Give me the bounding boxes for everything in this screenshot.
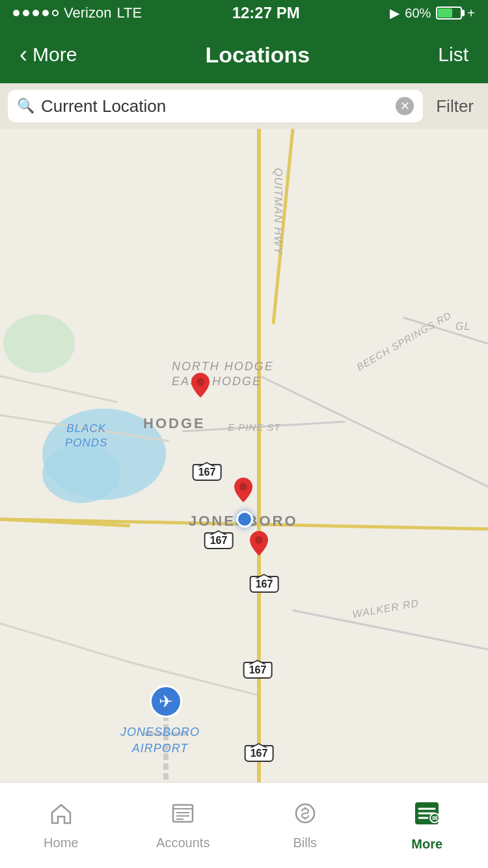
tab-home[interactable]: Home: [0, 801, 122, 850]
svg-point-20: [255, 536, 263, 544]
map-container[interactable]: BlackPonds North Hodge East Hodge Hodge …: [0, 129, 488, 802]
location-arrow-icon: ▶: [390, 5, 400, 21]
route-shield-3: 167: [250, 576, 279, 593]
map-pin-1: [191, 373, 210, 398]
svg-point-2: [42, 444, 120, 503]
route-shield-5: 167: [245, 745, 274, 762]
svg-point-3: [3, 314, 75, 373]
home-label: Home: [44, 835, 78, 850]
search-bar: 🔍 ✕ Filter: [0, 83, 488, 129]
clear-search-button[interactable]: ✕: [396, 97, 414, 115]
map-pin-3: [250, 531, 268, 556]
network-label: LTE: [116, 5, 142, 21]
route-shield-1: 167: [193, 464, 222, 481]
status-bar: Verizon LTE 12:27 PM ▶ 60% +: [0, 0, 488, 26]
back-chevron-icon: ‹: [20, 41, 27, 68]
carrier-label: Verizon: [64, 5, 111, 21]
route-shield-4: 167: [243, 662, 273, 679]
time-label: 12:27 PM: [232, 4, 300, 22]
tab-bar: Home Accounts Bills: [0, 782, 488, 868]
tab-accounts[interactable]: Accounts: [122, 801, 245, 850]
charging-icon: +: [467, 6, 475, 21]
filter-button[interactable]: Filter: [429, 96, 480, 116]
home-icon: [49, 801, 74, 832]
route-shield-2: 167: [204, 532, 234, 549]
accounts-label: Accounts: [156, 835, 210, 850]
list-button[interactable]: List: [438, 44, 468, 66]
battery-percent-label: 60%: [405, 6, 431, 21]
search-input[interactable]: [41, 96, 389, 116]
bills-label: Bills: [293, 835, 317, 850]
more-icon: ✉: [413, 800, 441, 833]
tab-bills[interactable]: Bills: [244, 801, 366, 850]
map-pin-2: [234, 478, 252, 502]
map-svg: [0, 129, 488, 802]
airport-icon: ✈: [150, 685, 182, 718]
bills-icon: [293, 801, 318, 832]
nav-bar: ‹ More Locations List: [0, 26, 488, 83]
accounts-icon: [170, 801, 195, 832]
current-location-dot: [236, 511, 253, 528]
search-input-container: 🔍 ✕: [8, 90, 423, 122]
back-button[interactable]: ‹ More: [20, 41, 77, 68]
search-icon: 🔍: [17, 98, 34, 115]
battery-icon: [436, 7, 462, 20]
back-label: More: [33, 44, 77, 66]
tab-more[interactable]: ✉ More: [366, 800, 489, 852]
more-label: More: [411, 837, 442, 852]
page-title: Locations: [206, 42, 310, 68]
svg-point-18: [197, 378, 204, 386]
svg-point-19: [239, 483, 247, 491]
svg-text:✉: ✉: [432, 815, 438, 822]
